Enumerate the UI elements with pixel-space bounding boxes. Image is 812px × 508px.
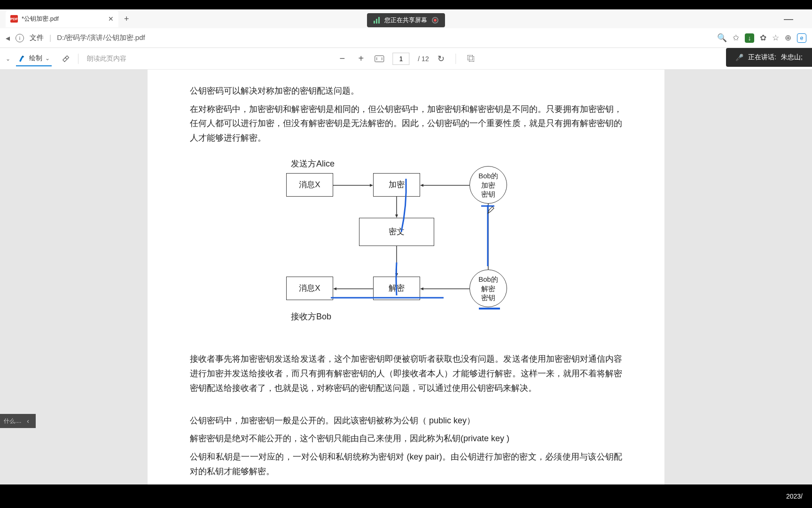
file-label: 文件	[30, 33, 44, 42]
paragraph: 解密密钥是绝对不能公开的，这个密钥只能由自己来使用，因此称为私钥(private…	[190, 431, 622, 446]
pdf-page: 公钥密码可以解决对称加密的密钥配送问题。 在对称密码中，加密密钥和解密密钥是相同…	[148, 70, 664, 484]
back-dropdown-icon[interactable]: ◂	[6, 33, 10, 43]
box-ciphertext: 密文	[359, 218, 434, 246]
pen-cursor-icon	[487, 205, 496, 214]
read-aloud-button[interactable]: 朗读此页内容	[87, 55, 126, 63]
collections-icon[interactable]: ⊕	[785, 33, 791, 43]
ie-mode-icon[interactable]: e	[797, 33, 806, 43]
taskbar: 2023/	[0, 484, 812, 508]
paragraph: 公钥和私钥是一一对应的，一对公钥和私钥统称为密钥对 (key pair)。由公钥…	[190, 450, 622, 478]
share-banner-text: 您正在共享屏幕	[384, 16, 427, 24]
tab-title: *公钥加密.pdf	[22, 15, 104, 23]
paragraph: 公钥密码中，加密密钥一般是公开的。因此该密钥被称为公钥（ public key）	[190, 413, 622, 428]
info-icon[interactable]: i	[16, 34, 24, 42]
box-encrypt: 加密	[373, 173, 420, 197]
toc-toggle-icon[interactable]: ⌄	[6, 56, 10, 62]
erase-icon[interactable]	[61, 54, 70, 64]
svg-marker-11	[420, 287, 423, 290]
box-decrypt: 解密	[373, 277, 420, 300]
favorite-icon[interactable]: ✩	[733, 33, 739, 43]
receiver-label: 接收方Bob	[291, 310, 331, 324]
record-icon[interactable]	[432, 17, 438, 24]
clock[interactable]: 2023/	[786, 492, 803, 500]
address-bar: ◂ i 文件 | D:/密码学/演讲/公钥加密.pdf 🔍 ✩ ↓ ✿ ☆ ⊕ …	[0, 28, 812, 48]
circle-bob-enc-key: Bob的加密密钥	[469, 166, 507, 204]
svg-marker-1	[370, 184, 373, 187]
file-path: D:/密码学/演讲/公钥加密.pdf	[57, 33, 145, 42]
svg-marker-9	[333, 287, 336, 290]
zoom-in-button[interactable]: +	[356, 53, 366, 64]
svg-marker-7	[395, 273, 398, 277]
pdf-viewport[interactable]: 公钥密码可以解决对称加密的密钥配送问题。 在对称密码中，加密密钥和解密密钥是相同…	[0, 70, 812, 484]
draw-tool-button[interactable]: 绘制 ⌄	[16, 51, 52, 66]
speaking-prefix: 正在讲话:	[748, 53, 776, 62]
speaking-indicator: 🎤 正在讲话: 朱忠山;	[726, 48, 812, 67]
extensions-icon[interactable]: ✿	[760, 33, 766, 43]
circle-bob-dec-key: Bob的解密密钥	[469, 270, 507, 307]
paragraph: 接收者事先将加密密钥发送给发送者，这个加密密钥即便被窃听者获取也没有问题。发送者…	[190, 352, 622, 395]
paragraph: 公钥密码可以解决对称加密的密钥配送问题。	[190, 84, 622, 98]
new-tab-button[interactable]: +	[124, 14, 129, 24]
chevron-left-icon: ‹	[27, 417, 29, 425]
download-icon[interactable]: ↓	[745, 33, 754, 43]
svg-marker-5	[395, 214, 398, 218]
sidebar-collapse-handle[interactable]: 什么.... ‹	[0, 414, 36, 428]
paragraph: 在对称密码中，加密密钥和解密密钥是相同的，但公钥密码中，加密密钥和解密密钥是不同…	[190, 102, 622, 145]
browser-tab-bar: PDF *公钥加密.pdf ✕ + 您正在共享屏幕 —	[0, 9, 812, 28]
zoom-out-button[interactable]: −	[337, 53, 347, 64]
chevron-down-icon[interactable]: ⌄	[45, 55, 50, 62]
mic-icon: 🎤	[735, 54, 743, 61]
sidebar-label: 什么....	[4, 417, 21, 425]
window-minimize-icon[interactable]: —	[784, 14, 793, 24]
close-tab-icon[interactable]: ✕	[108, 15, 114, 23]
screen-share-banner[interactable]: 您正在共享屏幕	[367, 13, 445, 27]
encryption-diagram: 发送方Alice 消息X 加密 Bob的加密密钥 密文 消息X 解密 Bob的解…	[284, 159, 528, 333]
zoom-icon[interactable]: 🔍	[717, 33, 727, 43]
page-input[interactable]	[392, 53, 409, 65]
rotate-icon[interactable]: ↻	[437, 54, 445, 64]
draw-label: 绘制	[29, 54, 42, 63]
page-total: / 12	[418, 55, 429, 63]
page-view-icon[interactable]: ⿻	[468, 55, 475, 63]
active-tab[interactable]: PDF *公钥加密.pdf ✕	[6, 10, 118, 27]
box-message-x-2: 消息X	[286, 277, 333, 300]
box-message-x: 消息X	[286, 173, 333, 197]
pdf-toolbar: ⌄ 绘制 ⌄ 朗读此页内容 − + / 12 ↻ ⿻ 🎤 正在讲话: 朱忠山;	[0, 48, 812, 70]
divider: |	[49, 34, 51, 42]
sender-label: 发送方Alice	[291, 157, 335, 171]
pdf-icon: PDF	[10, 15, 18, 23]
signal-icon	[374, 17, 380, 24]
fit-page-icon[interactable]	[375, 56, 384, 62]
svg-marker-3	[420, 184, 423, 187]
highlighter-icon	[18, 54, 26, 63]
favorites-bar-icon[interactable]: ☆	[772, 33, 779, 43]
speaking-name: 朱忠山;	[781, 53, 803, 62]
